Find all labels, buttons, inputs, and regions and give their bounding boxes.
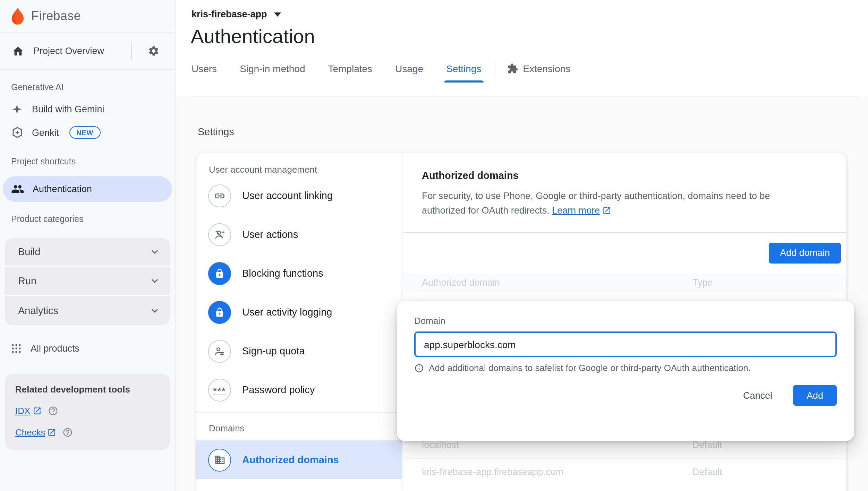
external-link-icon <box>32 406 41 415</box>
link-label: IDX <box>15 406 30 416</box>
menu-item-label: Sign-up quota <box>242 345 305 356</box>
tab-label: Extensions <box>523 63 570 74</box>
category-analytics[interactable]: Analytics <box>5 296 170 325</box>
cancel-button[interactable]: Cancel <box>743 390 772 400</box>
firebase-logo-icon <box>10 7 25 25</box>
domain-field-label: Domain <box>414 316 837 326</box>
firebase-console: Firebase Project Overview Generative AI … <box>0 0 868 491</box>
tab-sign-in-method[interactable]: Sign-in method <box>240 63 305 83</box>
sidebar-item-label: All products <box>31 343 79 353</box>
person-off-icon <box>208 223 231 246</box>
menu-item-user-actions[interactable]: User actions <box>196 215 402 254</box>
checks-link-row: Checks <box>15 427 160 438</box>
hint-text: Add additional domains to safelist for G… <box>429 363 751 373</box>
sidebar-item-build-with-gemini[interactable]: Build with Gemini <box>0 97 175 121</box>
category-group: Build Run Analytics <box>5 238 170 325</box>
domain-cell: localhost <box>403 440 692 450</box>
help-icon[interactable] <box>48 406 58 416</box>
menu-item-label: Authorized domains <box>242 454 339 465</box>
panel-title: Authorized domains <box>403 153 846 181</box>
idx-link[interactable]: IDX <box>15 406 41 416</box>
section-label-generative-ai: Generative AI <box>0 70 175 97</box>
link-icon <box>208 184 231 207</box>
help-icon[interactable] <box>63 427 73 438</box>
sparkle-icon <box>10 103 24 115</box>
section-label-project-shortcuts: Project shortcuts <box>0 144 175 171</box>
add-button[interactable]: Add <box>793 385 837 406</box>
external-link-icon <box>48 428 57 437</box>
menu-item-user-account-linking[interactable]: User account linking <box>196 176 402 215</box>
info-icon <box>414 363 424 373</box>
lock-icon <box>208 301 231 324</box>
section-label-product-categories: Product categories <box>0 202 175 229</box>
settings-section-heading: Settings <box>198 126 234 137</box>
menu-item-label: User activity logging <box>242 307 332 318</box>
link-label: Learn more <box>552 204 600 218</box>
category-run[interactable]: Run <box>5 267 170 296</box>
people-icon <box>11 182 24 196</box>
chevron-down-icon <box>148 275 161 287</box>
dialog-footer: Cancel Add <box>414 385 837 406</box>
person-gear-icon <box>208 339 231 362</box>
menu-item-label: User actions <box>242 229 298 240</box>
page-title: Authentication <box>176 19 868 48</box>
sidebar-item-genkit[interactable]: Genkit NEW <box>0 121 175 144</box>
gear-icon <box>147 45 159 57</box>
project-selector[interactable]: kris-firebase-app <box>176 0 281 19</box>
tab-usage[interactable]: Usage <box>395 63 423 83</box>
menu-item-password-policy[interactable]: *** Password policy <box>196 370 402 409</box>
sidebar-item-label: Genkit <box>32 127 59 138</box>
project-name: kris-firebase-app <box>192 9 267 19</box>
sidebar-item-project-overview[interactable]: Project Overview <box>33 46 131 56</box>
firebase-brand[interactable]: Firebase <box>0 0 175 33</box>
tab-divider <box>494 63 495 76</box>
apps-grid-icon <box>10 342 22 354</box>
type-cell: Default <box>692 440 722 450</box>
new-badge: NEW <box>69 126 100 139</box>
tab-bar: Users Sign-in method Templates Usage Set… <box>176 63 868 83</box>
sidebar-item-all-products[interactable]: All products <box>0 334 175 362</box>
learn-more-link[interactable]: Learn more <box>552 204 611 218</box>
external-link-icon <box>602 206 611 215</box>
menu-item-sign-up-quota[interactable]: Sign-up quota <box>196 331 402 370</box>
chevron-down-icon <box>148 246 161 258</box>
settings-menu: User account management User account lin… <box>196 153 402 491</box>
tab-extensions[interactable]: Extensions <box>507 63 570 83</box>
tab-templates[interactable]: Templates <box>328 63 372 83</box>
tab-settings[interactable]: Settings <box>446 63 481 83</box>
sidebar-item-label: Build with Gemini <box>32 104 104 114</box>
chevron-down-icon <box>148 304 161 317</box>
column-header-type: Type <box>692 277 713 287</box>
sidebar-item-authentication[interactable]: Authentication <box>3 176 172 202</box>
tab-label: Templates <box>328 63 372 74</box>
menu-section-label: User account management <box>196 164 402 176</box>
panel-description: For security, to use Phone, Google or th… <box>403 181 837 218</box>
related-tools-card: Related development tools IDX Checks <box>5 374 170 450</box>
asterisks-icon: *** <box>208 378 231 401</box>
category-build[interactable]: Build <box>5 238 170 267</box>
sidebar-item-label: Authentication <box>33 184 92 194</box>
project-settings-button[interactable] <box>132 45 175 57</box>
checks-link[interactable]: Checks <box>15 427 57 438</box>
tab-label: Users <box>192 63 217 74</box>
caret-down-icon <box>274 12 281 16</box>
menu-item-label: Blocking functions <box>242 268 323 279</box>
table-row: kris-firebase-app.firebaseapp.com Defaul… <box>403 458 846 485</box>
menu-item-authorized-domains[interactable]: Authorized domains <box>196 440 402 479</box>
menu-item-blocking-functions[interactable]: Blocking functions <box>196 254 402 293</box>
add-domain-button[interactable]: Add domain <box>769 242 841 263</box>
domain-icon <box>208 448 231 471</box>
home-icon <box>12 45 24 57</box>
extensions-icon <box>507 63 518 74</box>
sidebar: Firebase Project Overview Generative AI … <box>0 0 176 491</box>
tab-users[interactable]: Users <box>192 63 217 83</box>
genkit-icon <box>10 126 24 139</box>
lock-icon <box>208 262 231 285</box>
dialog-hint: Add additional domains to safelist for G… <box>414 363 837 373</box>
column-header-domain: Authorized domain <box>403 277 692 287</box>
menu-item-user-activity-logging[interactable]: User activity logging <box>196 293 402 331</box>
menu-item-label: Password policy <box>242 384 315 395</box>
domain-input[interactable] <box>414 331 837 357</box>
category-label: Analytics <box>18 305 58 316</box>
type-cell: Default <box>692 467 722 477</box>
